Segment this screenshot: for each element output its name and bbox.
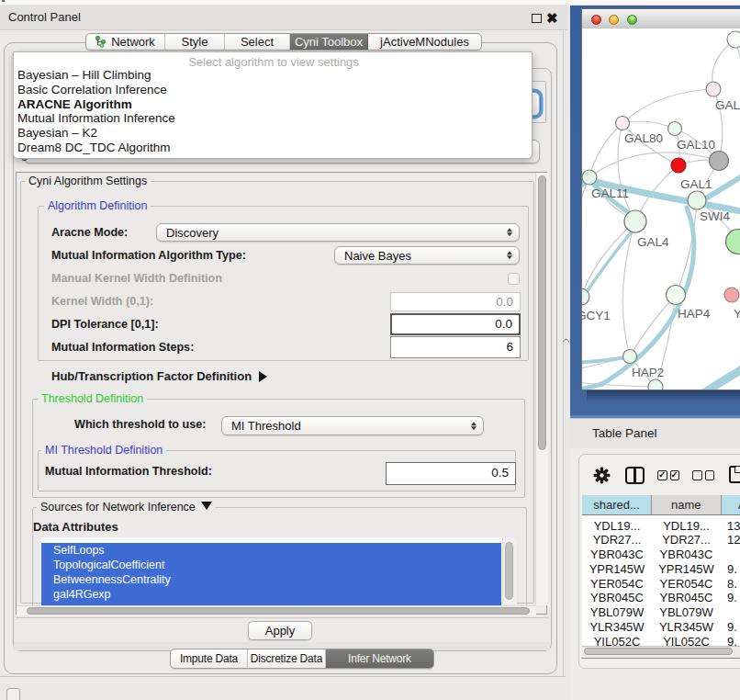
graph-node-label: GAL80 (624, 131, 663, 145)
settings-vscrollbar-thumb[interactable] (538, 175, 546, 450)
network-window-titlebar[interactable] (582, 9, 740, 29)
table-cell[interactable]: YBL079W (582, 605, 652, 620)
document-icon[interactable] (729, 466, 740, 483)
table-cell[interactable]: YBR043C (652, 548, 721, 562)
popup-item[interactable]: Bayesian – K2 (17, 126, 97, 141)
cyni-algorithm-settings-title: Cyni Algorithm Settings (25, 175, 151, 187)
table-cell[interactable]: 9. (727, 562, 737, 577)
unchecked-checkbox-icon[interactable] (692, 470, 702, 480)
table-cell[interactable]: YER054C (652, 577, 721, 592)
minimize-traffic-light[interactable] (609, 15, 619, 25)
graph-node-GAL4[interactable] (624, 210, 646, 232)
apply-button[interactable]: Apply (248, 621, 312, 640)
close-icon[interactable]: ✖ (546, 10, 558, 27)
tab-impute-data[interactable]: Impute Data (171, 649, 248, 668)
tab-cyni-toolbox[interactable]: Cyni Toolbox (290, 34, 368, 50)
popup-item[interactable]: Dream8 DC_TDC Algorithm (17, 141, 171, 155)
tab-discretize-data[interactable]: Discretize Data (248, 649, 326, 668)
graph-node-n-biggreen[interactable] (726, 230, 740, 254)
popup-item[interactable]: Basic Correlation Inference (17, 83, 167, 97)
graph-node-label: GAL2 (715, 98, 740, 112)
attribute-item[interactable]: BetweennessCentrality (41, 572, 501, 587)
table-body[interactable]: YDL19...YDL19...13YDR27...YDR27...12YBR0… (582, 515, 740, 646)
attribute-item[interactable]: SelfLoops (41, 543, 501, 558)
table-cell[interactable]: YPR145W (582, 562, 652, 577)
table-hscrollbar-thumb[interactable] (584, 648, 733, 655)
graph-node-GAL10[interactable] (668, 122, 682, 136)
settings-hscrollbar-thumb[interactable] (27, 607, 530, 615)
mi-algorithm-type-combo[interactable]: Naive Bayes (334, 246, 520, 265)
table-cell[interactable]: YBR045C (582, 591, 652, 605)
table-cell[interactable]: YIL052C (582, 635, 652, 647)
table-cell[interactable]: YDR27... (582, 533, 652, 548)
tab-network[interactable]: Network (86, 34, 165, 50)
table-cell[interactable]: 9. (727, 591, 737, 605)
tab-network-label: Network (111, 35, 155, 49)
graph-node-GAL2[interactable] (706, 82, 721, 96)
mi-threshold-field[interactable]: 0.5 (386, 462, 516, 485)
checked-checkbox-icon[interactable]: ✓ (670, 470, 680, 480)
tab-infer-network[interactable]: Infer Network (326, 649, 433, 668)
dpi-tolerance-field[interactable]: 0.0 (390, 313, 521, 335)
table-cell[interactable]: 13 (727, 519, 740, 534)
kernel-width-field[interactable]: 0.0 (390, 292, 521, 311)
panel-corner-icon[interactable] (6, 688, 20, 700)
popup-item[interactable]: Bayesian – Hill Climbing (17, 68, 151, 83)
graph-node-SWI4[interactable] (688, 191, 706, 209)
mi-steps-field[interactable]: 6 (390, 336, 521, 358)
split-columns-icon[interactable] (625, 467, 645, 484)
table-cell[interactable]: 9. (727, 635, 737, 647)
table-cell[interactable]: YBR045C (652, 591, 721, 605)
collapsed-arrow-icon (259, 371, 267, 382)
unchecked-checkbox-icon[interactable] (705, 470, 715, 480)
network-canvas[interactable]: GAL2GAL80GAL10GAL1GAL11SWI4GAL4GCY1HAP4Y… (582, 28, 740, 390)
manual-kernel-width-checkbox[interactable] (508, 273, 520, 285)
attribute-item[interactable]: TopologicalCoefficient (41, 558, 501, 572)
close-traffic-light[interactable] (591, 15, 601, 25)
graph-node-n-salmon[interactable] (724, 288, 739, 302)
table-cell[interactable]: YDL19... (652, 519, 721, 534)
table-cell[interactable]: YLR345W (582, 620, 652, 635)
tab-select[interactable]: Select (225, 34, 290, 50)
graph-node-n-bottom[interactable] (648, 379, 663, 390)
which-threshold-combo[interactable]: MI Threshold (221, 416, 484, 435)
graph-node-GAL1[interactable] (671, 158, 686, 173)
popup-item[interactable]: ARACNE Algorithm (17, 97, 132, 112)
graph-node-n-top[interactable] (727, 31, 740, 48)
hub-definition-toggle[interactable]: Hub/Transcription Factor Definition (51, 369, 267, 383)
table-cell[interactable]: YER054C (582, 577, 652, 592)
graph-node-n-gray[interactable] (710, 152, 729, 171)
sources-title[interactable]: Sources for Network Inference (37, 501, 216, 514)
tab-style[interactable]: Style (165, 34, 225, 50)
column-header-shared...[interactable]: shared... (582, 495, 652, 515)
popup-item[interactable]: Mutual Information Inference (17, 111, 175, 126)
graph-edge (622, 121, 675, 129)
graph-node-GAL80[interactable] (616, 117, 630, 130)
graph-edge (622, 89, 713, 123)
column-header-A[interactable]: A (722, 495, 740, 515)
table-cell[interactable]: YDL19... (582, 519, 652, 534)
table-cell[interactable]: YIL052C (652, 635, 721, 647)
column-header-name[interactable]: name (652, 495, 722, 515)
graph-node-GAL11[interactable] (582, 170, 597, 185)
tab-jactivemnodules[interactable]: jActiveMNodules (368, 34, 481, 50)
table-cell[interactable]: YBR043C (582, 548, 652, 562)
checked-checkbox-icon[interactable]: ✓ (657, 470, 667, 480)
table-cell[interactable]: 9. (727, 620, 737, 635)
aracne-mode-combo[interactable]: Discovery (156, 223, 520, 242)
data-attributes-list[interactable]: SelfLoopsTopologicalCoefficientBetweenne… (41, 537, 516, 606)
table-cell[interactable]: 12 (727, 533, 740, 548)
table-cell[interactable]: YDR27... (652, 533, 721, 548)
gear-icon[interactable] (593, 467, 611, 484)
control-panel-titlebar (0, 5, 567, 30)
table-cell[interactable]: 8. (727, 577, 737, 592)
float-window-icon[interactable] (532, 14, 542, 23)
zoom-traffic-light[interactable] (627, 15, 637, 25)
table-cell[interactable]: YLR345W (652, 620, 721, 635)
attributes-scrollbar-thumb[interactable] (505, 542, 513, 600)
graph-node-HAP4[interactable] (667, 286, 686, 305)
graph-node-HAP2[interactable] (623, 350, 637, 364)
table-cell[interactable]: YPR145W (652, 562, 721, 577)
table-cell[interactable]: YBL079W (652, 605, 721, 620)
attribute-item[interactable]: gal4RGexp (41, 587, 501, 602)
